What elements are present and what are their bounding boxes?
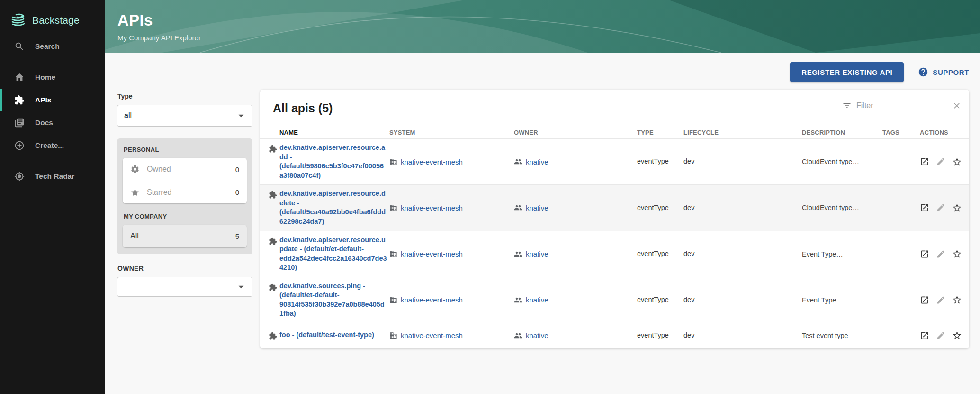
sidebar-item-label: Tech Radar	[35, 172, 74, 181]
star-api-button[interactable]	[952, 203, 962, 213]
api-name-link[interactable]: dev.knative.apiserver.resource.update - …	[279, 236, 387, 273]
building-icon	[389, 158, 397, 166]
table-row: dev.knative.sources.ping - (default/et-d…	[260, 277, 969, 323]
owner-link[interactable]: knative	[526, 204, 548, 212]
view-api-button[interactable]	[920, 157, 929, 166]
support-button[interactable]: SUPPORT	[918, 67, 969, 77]
view-api-button[interactable]	[920, 331, 929, 340]
table-row: foo - (default/test-event-type) knative-…	[260, 323, 969, 348]
starred-count: 0	[235, 188, 239, 196]
star-outline-icon	[952, 203, 962, 213]
edit-api-button[interactable]	[936, 331, 945, 340]
system-link[interactable]: knative-event-mesh	[401, 158, 463, 166]
table-filter-input[interactable]	[856, 101, 947, 110]
open-in-new-icon	[920, 157, 929, 166]
view-api-button[interactable]	[920, 203, 929, 212]
system-link[interactable]: knative-event-mesh	[401, 250, 463, 258]
filter-funnel-icon	[842, 101, 852, 110]
type-filter-label: Type	[117, 92, 252, 100]
star-outline-icon	[952, 249, 962, 259]
owner-link[interactable]: knative	[526, 250, 548, 258]
star-outline-icon	[952, 330, 962, 340]
star-api-button[interactable]	[952, 330, 962, 340]
star-outline-icon	[952, 295, 962, 305]
filters-panel: Type all PERSONAL Owned	[117, 90, 252, 297]
sidebar-item-label: Search	[35, 42, 60, 51]
column-header-description[interactable]: DESCRIPTION	[802, 129, 882, 136]
owner-filter-select[interactable]	[117, 277, 252, 297]
group-icon	[514, 296, 522, 304]
sidebar-item-label: APIs	[35, 96, 51, 104]
radar-icon	[14, 171, 25, 182]
star-api-button[interactable]	[952, 157, 962, 167]
star-api-button[interactable]	[952, 295, 962, 305]
clear-filter-icon[interactable]	[952, 101, 962, 110]
gear-icon	[130, 165, 140, 174]
owner-link[interactable]: knative	[526, 331, 548, 339]
sidebar-item-label: Create...	[35, 141, 64, 150]
help-icon	[918, 67, 928, 77]
api-name-link[interactable]: dev.knative.apiserver.resource.delete - …	[279, 189, 387, 226]
view-api-button[interactable]	[920, 249, 929, 259]
sidebar-item-home[interactable]: Home	[0, 66, 105, 89]
lifecycle-cell: dev	[683, 157, 802, 166]
type-filter-select[interactable]: all	[117, 105, 252, 127]
sidebar-item-create[interactable]: Create...	[0, 134, 105, 157]
edit-api-button[interactable]	[936, 295, 945, 305]
api-name-link[interactable]: dev.knative.apiserver.resource.add - (de…	[279, 143, 387, 180]
toolbar: REGISTER EXISTING API SUPPORT	[117, 62, 969, 82]
ownership-filter-panel: PERSONAL Owned 0	[117, 138, 252, 254]
building-icon	[389, 250, 397, 258]
system-link[interactable]: knative-event-mesh	[401, 204, 463, 212]
column-header-system[interactable]: SYSTEM	[389, 129, 514, 136]
system-link[interactable]: knative-event-mesh	[401, 296, 463, 304]
owner-link[interactable]: knative	[526, 296, 548, 304]
puzzle-icon	[269, 283, 277, 292]
table-row: dev.knative.apiserver.resource.delete - …	[260, 184, 969, 230]
group-icon	[514, 250, 522, 258]
register-existing-api-button[interactable]: REGISTER EXISTING API	[790, 62, 904, 82]
backstage-logo[interactable]: Backstage	[0, 9, 105, 35]
system-link[interactable]: knative-event-mesh	[401, 331, 463, 339]
api-table-card: All apis (5) NAME SYSTEM OWNER TYPE LIFE	[260, 90, 969, 348]
column-header-lifecycle[interactable]: LIFECYCLE	[683, 129, 802, 136]
sidebar-item-docs[interactable]: Docs	[0, 111, 105, 134]
edit-api-button[interactable]	[936, 157, 945, 166]
column-header-actions: ACTIONS	[920, 129, 957, 136]
owner-link[interactable]: knative	[526, 158, 548, 166]
column-header-owner[interactable]: OWNER	[514, 129, 637, 136]
sidebar-item-search[interactable]: Search	[0, 35, 105, 58]
group-icon	[514, 331, 522, 340]
sidebar: Backstage Search Home APIs Docs Create..…	[0, 0, 105, 394]
table-row: dev.knative.apiserver.resource.add - (de…	[260, 138, 969, 184]
column-header-name[interactable]: NAME	[279, 129, 389, 136]
description-cell: Event Type…	[802, 250, 882, 258]
filter-item-starred[interactable]: Starred 0	[123, 181, 247, 203]
description-cell: Event Type…	[802, 296, 882, 304]
filter-item-owned[interactable]: Owned 0	[123, 158, 247, 181]
open-in-new-icon	[920, 295, 929, 305]
sidebar-item-label: Docs	[35, 119, 53, 127]
table-filter-field	[842, 101, 962, 114]
filter-item-label: Owned	[147, 165, 171, 174]
star-api-button[interactable]	[952, 249, 962, 259]
api-name-link[interactable]: dev.knative.sources.ping - (default/et-d…	[279, 282, 387, 319]
edit-api-button[interactable]	[936, 249, 945, 259]
filter-item-all[interactable]: All 5	[123, 225, 247, 247]
sidebar-item-apis[interactable]: APIs	[0, 89, 105, 111]
page-title: APIs	[117, 11, 980, 29]
sidebar-item-label: Home	[35, 73, 55, 82]
group-icon	[514, 203, 522, 212]
view-api-button[interactable]	[920, 295, 929, 305]
column-header-type[interactable]: TYPE	[637, 129, 683, 136]
lifecycle-cell: dev	[683, 203, 802, 213]
edit-api-button[interactable]	[936, 203, 945, 212]
column-header-tags[interactable]: TAGS	[882, 129, 920, 136]
lifecycle-cell: dev	[683, 331, 802, 340]
api-name-link[interactable]: foo - (default/test-event-type)	[279, 330, 374, 340]
owned-count: 0	[235, 165, 239, 174]
sidebar-item-tech-radar[interactable]: Tech Radar	[0, 165, 105, 188]
group-icon	[514, 157, 522, 166]
open-in-new-icon	[920, 331, 929, 340]
chevron-down-icon	[235, 110, 247, 122]
